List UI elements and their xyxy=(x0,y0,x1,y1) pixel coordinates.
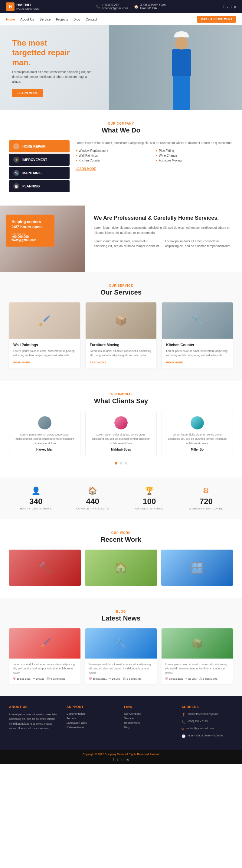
news-card-body-0: Lorem ipsum dolor sit amet, conce ctetur… xyxy=(9,658,80,684)
address-line2: Hmend/USA xyxy=(140,7,166,10)
nav-contact[interactable]: Contact xyxy=(86,18,97,21)
footer-link-documentation[interactable]: Documentation xyxy=(66,712,118,715)
address-phone-text: (000) 234 - 5123 xyxy=(188,719,208,725)
dot-1[interactable] xyxy=(120,462,122,464)
services-title: Our Services xyxy=(9,288,233,297)
phone-contact: 📞 +00-000-215 hmend@gmail.com xyxy=(96,3,128,10)
main-nav: Home About Us Service Projects Blog Cont… xyxy=(0,13,242,25)
news-card-0: 🖌️ Lorem ipsum dolor sit amet, conce cte… xyxy=(9,628,80,684)
news-desc-1: Lorem ipsum dolor sit amet, conce ctetur… xyxy=(89,662,153,675)
footer-facebook[interactable]: f xyxy=(113,757,114,761)
tab-label-planning: PLANNING xyxy=(22,184,39,188)
service-card-title-1: Furniture Moving xyxy=(90,343,153,347)
footer-linkedin[interactable]: in xyxy=(121,757,124,761)
service-read-more-0[interactable]: READ MORE xyxy=(13,361,30,364)
work-item-1[interactable]: 🏠 xyxy=(85,550,157,586)
tab-maintainis[interactable]: 🔩 MAINTAINIS xyxy=(9,167,70,179)
what-we-do-title: What We Do xyxy=(9,126,233,134)
nav-service[interactable]: Service xyxy=(39,18,51,21)
service-img-worker-1: 📦 xyxy=(86,302,157,339)
footer-instagram[interactable]: ig xyxy=(127,757,129,761)
footer-about: ABOUT US Lorem ipsum dolor sit amet, con… xyxy=(9,705,60,741)
professional-overlay: Helping centers 24/7 hours open. Contact… xyxy=(6,215,54,247)
stat-icon-2: 🏆 xyxy=(123,487,177,495)
stat-3: ⚙ 720 WORKERS EMPLOYED xyxy=(179,487,233,510)
footer-link-language[interactable]: Language Packs xyxy=(66,721,118,724)
dot-2[interactable] xyxy=(125,462,127,464)
hero-title: The most targetted repair man. xyxy=(12,38,94,68)
professional-content: We Are Professional & Carefully Home Ser… xyxy=(85,206,242,272)
stat-number-0: 340 xyxy=(9,497,63,506)
footer-twitter[interactable]: t xyxy=(117,757,118,761)
professional-col-1: Lorem ipsum dolor sit amet, consectetur … xyxy=(165,239,233,249)
news-date-2: 📅 15 Sep 2021 xyxy=(165,678,183,680)
footer-link-company[interactable]: Our Company xyxy=(124,712,176,715)
services-grid: 🖌️ Wall Paintings Lorem ipsum dolor sit … xyxy=(9,302,233,369)
footer-address-street: 📍 1000 Street Shakespeare xyxy=(182,712,233,717)
youtube-link[interactable]: y xyxy=(226,5,228,8)
service-list: Window Replacement Wall Paintings Kitche… xyxy=(76,149,233,163)
learn-more-link[interactable]: LEARN MORE xyxy=(76,167,96,171)
nav-home[interactable]: Home xyxy=(6,18,15,21)
what-we-do-content: 🔧 HOME REPAIR ⚡ IMPROVEMENT 🔩 MAINTAINIS… xyxy=(9,140,233,193)
work-grid: 🔨 🏠 🪟 xyxy=(9,550,233,586)
latest-news-tag: BLOG xyxy=(9,610,233,613)
service-read-more-2[interactable]: READ MORE xyxy=(166,361,183,364)
news-desc-2: Lorem ipsum dolor sit amet, conce ctetur… xyxy=(165,662,229,675)
phone-icon: 📞 xyxy=(96,4,101,9)
nav-blog[interactable]: Blog xyxy=(74,18,80,21)
news-comments-2: 💬 0 Comments xyxy=(199,678,217,680)
appointment-button[interactable]: MAKE APPOINTMENT xyxy=(197,16,236,23)
footer-link-services[interactable]: Services xyxy=(124,717,176,720)
tab-planning[interactable]: 📋 PLANNING xyxy=(9,180,70,192)
footer-link-blog[interactable]: Blog xyxy=(124,726,176,729)
avatar-img-2 xyxy=(191,416,204,430)
tab-home-repair[interactable]: 🔧 HOME REPAIR xyxy=(9,140,70,152)
hero-worker-figure xyxy=(151,25,212,110)
service-card-2: 🔧 Kitchen Counter Lorem ipsum dolor sit … xyxy=(162,302,233,369)
news-date-1: 📅 16 Sep 2021 xyxy=(89,678,107,680)
pinterest-link[interactable]: p xyxy=(234,5,236,8)
footer-support-title: SUPPORT xyxy=(66,705,118,709)
service-card-body-2: Kitchen Counter Lorem ipsum dolor sit am… xyxy=(162,339,233,369)
address-hours-text: Mon – Sat: 8:00am – 5:00pm xyxy=(188,734,223,739)
work-item-0[interactable]: 🔨 xyxy=(9,550,81,586)
twitter-link[interactable]: t xyxy=(231,5,232,8)
service-card-0: 🖌️ Wall Paintings Lorem ipsum dolor sit … xyxy=(9,302,80,369)
address-phone-icon: 📞 xyxy=(182,719,186,725)
footer-link-release[interactable]: Release Notes xyxy=(66,726,118,729)
logo[interactable]: H HMEND HOME SERVICES xyxy=(6,2,39,11)
nav-about[interactable]: About Us xyxy=(20,18,34,21)
service-item-0: Window Replacement xyxy=(76,149,153,152)
phone-number: +00-000-215 xyxy=(102,3,128,7)
tab-improvement[interactable]: ⚡ IMPROVEMENT xyxy=(9,154,70,166)
service-read-more-1[interactable]: READ MORE xyxy=(90,361,106,364)
dot-0[interactable] xyxy=(115,462,117,464)
footer-links: LINK Our Company Services Recent Work Bl… xyxy=(124,705,176,741)
nav-projects[interactable]: Projects xyxy=(56,18,68,21)
service-card-body-0: Wall Paintings Lorem ipsum dolor sit ame… xyxy=(9,339,80,369)
hero-section: The most targetted repair man. Lorem ips… xyxy=(0,25,242,110)
service-img-worker-2: 🔧 xyxy=(162,302,233,339)
news-card-img-0: 🖌️ xyxy=(9,628,80,658)
work-item-2[interactable]: 🪟 xyxy=(161,550,233,586)
overlay-email: www@gmail.com xyxy=(11,239,49,242)
professional-title: We Are Professional & Carefully Home Ser… xyxy=(94,215,233,221)
work-img-1: 🏠 xyxy=(85,550,157,586)
footer-links-title: LINK xyxy=(124,705,176,709)
footer-link-forums[interactable]: Forums xyxy=(66,717,118,720)
address-line1: 3000 Wilshire Glen, xyxy=(140,3,166,7)
service-tabs: 🔧 HOME REPAIR ⚡ IMPROVEMENT 🔩 MAINTAINIS… xyxy=(9,140,70,193)
news-card-body-1: Lorem ipsum dolor sit amet, conce ctetur… xyxy=(85,658,157,684)
footer-support-links: Documentation Forums Language Packs Rele… xyxy=(66,712,118,729)
service-img-worker-0: 🖌️ xyxy=(9,302,80,339)
service-card-title-0: Wall Paintings xyxy=(13,343,76,347)
stat-icon-3: ⚙ xyxy=(179,487,233,495)
services-section: OUR SERVICE Our Services 🖌️ Wall Paintin… xyxy=(0,272,242,380)
service-item-4: Wine Change xyxy=(156,154,233,157)
professional-image: 🔧 Helping centers 24/7 hours open. Conta… xyxy=(0,206,85,272)
work-img-0: 🔨 xyxy=(9,550,81,586)
facebook-link[interactable]: f xyxy=(223,5,224,8)
hero-cta-button[interactable]: LEARN MORE xyxy=(12,89,43,97)
footer-link-work[interactable]: Recent Work xyxy=(124,721,176,724)
